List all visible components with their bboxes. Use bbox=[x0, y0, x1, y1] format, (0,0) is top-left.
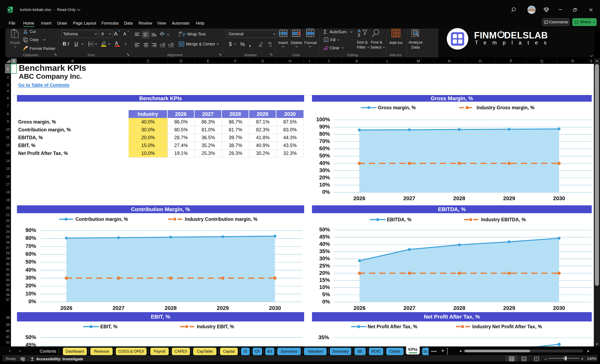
svg-text:Gross margin, %: Gross margin, % bbox=[378, 105, 416, 110]
svg-text:Industry Net Profit After Tax,: Industry Net Profit After Tax, % bbox=[472, 324, 542, 329]
svg-text:50%: 50% bbox=[25, 259, 36, 265]
svg-text:2030: 2030 bbox=[553, 305, 565, 311]
svg-text:5%: 5% bbox=[322, 291, 330, 298]
svg-text:35%: 35% bbox=[319, 248, 330, 254]
svg-text:2026: 2026 bbox=[354, 305, 366, 311]
svg-text:Industry Contribution margin,: Industry Contribution margin, % bbox=[185, 217, 257, 222]
svg-text:2027: 2027 bbox=[403, 195, 415, 201]
svg-text:50%: 50% bbox=[319, 227, 330, 233]
svg-text:15%: 15% bbox=[319, 277, 330, 283]
svg-text:EBITDA, %: EBITDA, % bbox=[387, 217, 412, 222]
svg-text:2029: 2029 bbox=[503, 305, 515, 311]
svg-text:Contribution margin, %: Contribution margin, % bbox=[75, 217, 128, 222]
svg-text:Industry Gross margin, %: Industry Gross margin, % bbox=[477, 105, 534, 110]
svg-text:80%: 80% bbox=[25, 235, 36, 241]
svg-text:45%: 45% bbox=[319, 234, 330, 240]
svg-text:10%: 10% bbox=[25, 291, 36, 297]
svg-text:2029: 2029 bbox=[217, 305, 229, 311]
svg-text:20%: 20% bbox=[319, 174, 330, 181]
svg-text:80%: 80% bbox=[319, 131, 330, 137]
svg-text:45%: 45% bbox=[25, 342, 36, 346]
svg-text:30%: 30% bbox=[25, 274, 36, 281]
svg-text:0%: 0% bbox=[322, 299, 330, 305]
svg-text:10%: 10% bbox=[319, 182, 330, 188]
svg-text:2026: 2026 bbox=[60, 305, 72, 311]
svg-text:35%: 35% bbox=[319, 334, 329, 340]
svg-text:70%: 70% bbox=[319, 138, 330, 144]
svg-text:2027: 2027 bbox=[403, 305, 415, 311]
svg-text:25%: 25% bbox=[319, 263, 330, 269]
svg-text:2026: 2026 bbox=[353, 195, 365, 201]
svg-text:100%: 100% bbox=[316, 116, 330, 122]
svg-text:2028: 2028 bbox=[453, 195, 465, 201]
svg-text:Industry EBIT, %: Industry EBIT, % bbox=[197, 324, 234, 329]
svg-text:40%: 40% bbox=[319, 241, 330, 247]
svg-text:60%: 60% bbox=[319, 145, 330, 151]
svg-text:20%: 20% bbox=[319, 270, 330, 276]
svg-text:30%: 30% bbox=[319, 255, 330, 262]
svg-text:90%: 90% bbox=[319, 124, 330, 130]
svg-text:40%: 40% bbox=[25, 267, 36, 273]
svg-text:2030: 2030 bbox=[553, 195, 565, 201]
svg-text:2030: 2030 bbox=[269, 305, 281, 311]
svg-text:70%: 70% bbox=[25, 243, 36, 249]
svg-text:EBIT, %: EBIT, % bbox=[100, 324, 117, 329]
svg-text:50%: 50% bbox=[25, 334, 36, 340]
svg-text:2029: 2029 bbox=[503, 195, 515, 201]
svg-text:Industry EBITDA, %: Industry EBITDA, % bbox=[481, 217, 526, 222]
svg-text:2027: 2027 bbox=[112, 305, 124, 311]
svg-text:20%: 20% bbox=[25, 282, 36, 289]
svg-text:Net Profit After Tax, %: Net Profit After Tax, % bbox=[368, 324, 417, 329]
svg-text:90%: 90% bbox=[25, 227, 36, 233]
svg-text:60%: 60% bbox=[25, 251, 36, 257]
svg-text:0%: 0% bbox=[28, 298, 36, 304]
svg-text:40%: 40% bbox=[319, 160, 330, 166]
svg-text:2028: 2028 bbox=[165, 305, 177, 311]
svg-text:10%: 10% bbox=[319, 284, 330, 290]
svg-text:30%: 30% bbox=[319, 167, 330, 173]
svg-text:50%: 50% bbox=[319, 153, 330, 159]
svg-text:0%: 0% bbox=[322, 189, 330, 195]
svg-text:2028: 2028 bbox=[453, 305, 465, 311]
